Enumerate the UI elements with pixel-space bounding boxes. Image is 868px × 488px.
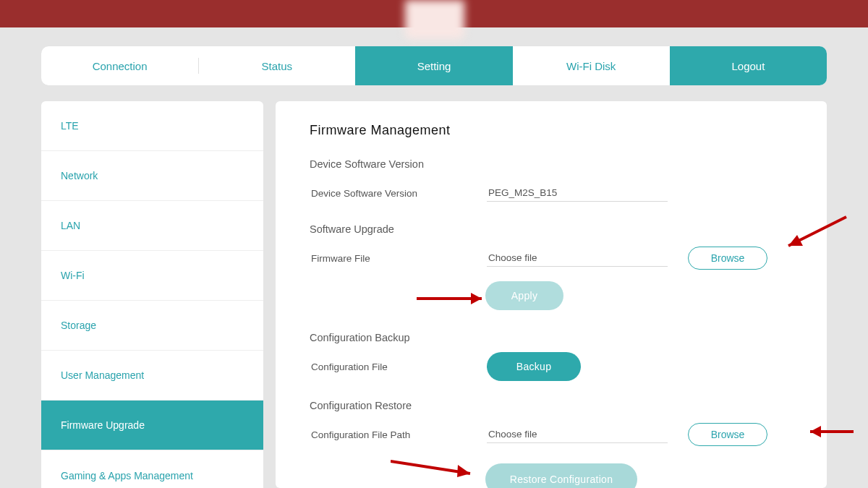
label-config-file: Configuration File (310, 361, 487, 372)
tab-connection[interactable]: Connection (41, 46, 198, 85)
browse-firmware-button[interactable]: Browse (688, 247, 767, 270)
sidebar-item-wifi[interactable]: Wi-Fi (41, 251, 263, 301)
sidebar-item-gaming-apps[interactable]: Gaming & Apps Management (41, 450, 263, 488)
label-firmware-file: Firmware File (310, 253, 487, 264)
input-config-path[interactable]: Choose file (487, 427, 668, 443)
top-nav: Connection Status Setting Wi-Fi Disk Log… (41, 46, 827, 85)
backup-button[interactable]: Backup (487, 352, 581, 381)
value-device-version: PEG_M2S_B15 (487, 185, 668, 202)
apply-button[interactable]: Apply (485, 281, 563, 310)
settings-sidebar: LTE Network LAN Wi-Fi Storage User Manag… (41, 101, 263, 488)
sidebar-item-storage[interactable]: Storage (41, 301, 263, 351)
page-title: Firmware Management (310, 123, 793, 138)
main-panel: Firmware Management Device Software Vers… (276, 101, 827, 488)
header-bar (0, 0, 868, 27)
browse-config-button[interactable]: Browse (688, 423, 767, 446)
input-firmware-file[interactable]: Choose file (487, 250, 668, 267)
sidebar-item-lte[interactable]: LTE (41, 101, 263, 151)
sidebar-item-user-management[interactable]: User Management (41, 351, 263, 401)
row-config-backup: Configuration File Backup (310, 354, 793, 380)
brand-logo (405, 0, 464, 39)
tab-setting[interactable]: Setting (355, 46, 512, 85)
tab-logout[interactable]: Logout (670, 46, 827, 85)
label-device-version: Device Software Version (310, 188, 487, 199)
tab-wifi-disk[interactable]: Wi-Fi Disk (513, 46, 670, 85)
section-config-backup: Configuration Backup (310, 332, 793, 343)
label-config-path: Configuration File Path (310, 429, 487, 440)
restore-config-button[interactable]: Restore Configuration (485, 463, 637, 488)
sidebar-item-lan[interactable]: LAN (41, 201, 263, 251)
section-device-version: Device Software Version (310, 158, 793, 170)
sidebar-item-network[interactable]: Network (41, 151, 263, 201)
section-config-restore: Configuration Restore (310, 400, 793, 411)
row-device-version: Device Software Version PEG_M2S_B15 (310, 180, 793, 206)
row-config-restore: Configuration File Path Choose file Brow… (310, 421, 793, 448)
row-firmware-file: Firmware File Choose file Browse (310, 245, 793, 271)
section-software-upgrade: Software Upgrade (310, 223, 793, 235)
sidebar-item-firmware-upgrade[interactable]: Firmware Upgrade (41, 401, 263, 450)
tab-status[interactable]: Status (198, 46, 355, 85)
